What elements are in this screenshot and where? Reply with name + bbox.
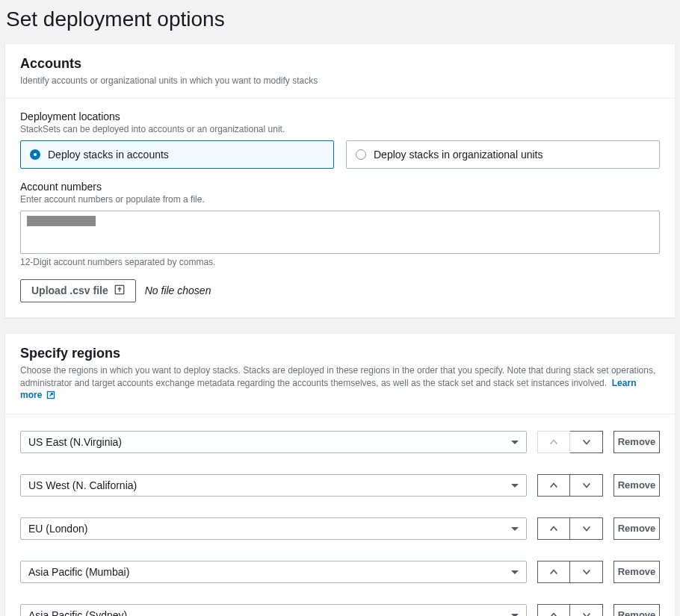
region-select[interactable]: Asia Pacific (Mumbai) [20,561,527,583]
regions-desc: Choose the regions in which you want to … [20,364,660,403]
reorder-buttons [537,474,603,497]
move-down-button[interactable] [570,561,603,583]
reorder-buttons [537,561,603,583]
deploy-locations-label: Deployment locations [20,111,660,122]
chevron-down-icon [511,527,519,531]
external-link-icon [46,391,55,403]
account-numbers-hint: Enter account numbers or populate from a… [20,194,660,205]
move-up-button[interactable] [537,604,570,616]
region-row: EU (London)Remove [20,517,660,540]
radio-deploy-accounts-label: Deploy stacks in accounts [48,149,169,161]
move-down-button[interactable] [570,431,603,453]
chevron-down-icon [511,484,519,488]
move-down-button[interactable] [570,604,603,616]
accounts-header: Accounts Identify accounts or organizati… [5,44,675,99]
region-select[interactable]: EU (London) [20,517,527,540]
remove-button[interactable]: Remove [613,561,660,583]
region-row: US East (N.Virginia)Remove [20,431,660,453]
radio-deploy-ous-label: Deploy stacks in organizational units [374,149,543,161]
move-up-button[interactable] [537,561,570,583]
region-select-label: Asia Pacific (Sydney) [28,609,127,616]
region-row: Asia Pacific (Sydney)Remove [20,604,660,616]
move-down-button[interactable] [570,517,603,540]
remove-button[interactable]: Remove [613,431,660,453]
upload-csv-button[interactable]: Upload .csv file [20,279,136,302]
reorder-buttons [537,604,603,616]
regions-title: Specify regions [20,346,660,361]
reorder-buttons [537,431,603,453]
accounts-desc: Identify accounts or organizational unit… [20,75,660,87]
chevron-down-icon [511,570,519,574]
account-numbers-input[interactable] [20,211,660,254]
move-up-button [537,431,570,453]
regions-list: US East (N.Virginia)RemoveUS West (N. Ca… [5,414,675,616]
regions-panel: Specify regions Choose the regions in wh… [4,333,676,616]
radio-deploy-accounts[interactable]: Deploy stacks in accounts [20,140,334,169]
accounts-panel: Accounts Identify accounts or organizati… [4,43,676,318]
region-select[interactable]: US East (N.Virginia) [20,431,527,453]
region-row: Asia Pacific (Mumbai)Remove [20,561,660,583]
region-select-label: US East (N.Virginia) [28,436,122,448]
upload-icon [114,284,125,297]
remove-button[interactable]: Remove [613,517,660,540]
radio-deploy-ous[interactable]: Deploy stacks in organizational units [346,140,660,169]
radio-icon [356,149,366,160]
account-numbers-below-hint: 12-Digit account numbers separated by co… [20,257,660,267]
region-select-label: Asia Pacific (Mumbai) [28,566,129,578]
remove-button[interactable]: Remove [613,604,660,616]
reorder-buttons [537,517,603,540]
accounts-title: Accounts [20,56,660,72]
remove-button[interactable]: Remove [613,474,660,497]
chevron-down-icon [511,441,519,444]
move-up-button[interactable] [537,474,570,497]
region-select[interactable]: US West (N. California) [20,474,527,497]
radio-icon [30,149,40,160]
no-file-chosen: No file chosen [145,284,211,296]
region-select[interactable]: Asia Pacific (Sydney) [20,604,527,616]
move-down-button[interactable] [570,474,603,497]
move-up-button[interactable] [537,517,570,540]
upload-csv-label: Upload .csv file [31,284,108,296]
region-select-label: EU (London) [28,523,87,535]
page-title: Set deployment options [0,0,680,43]
region-select-label: US West (N. California) [28,479,137,491]
redacted-value [27,216,96,226]
regions-header: Specify regions Choose the regions in wh… [5,334,675,414]
region-row: US West (N. California)Remove [20,474,660,497]
deploy-locations-hint: StackSets can be deployed into accounts … [20,124,660,134]
account-numbers-label: Account numbers [20,181,660,193]
